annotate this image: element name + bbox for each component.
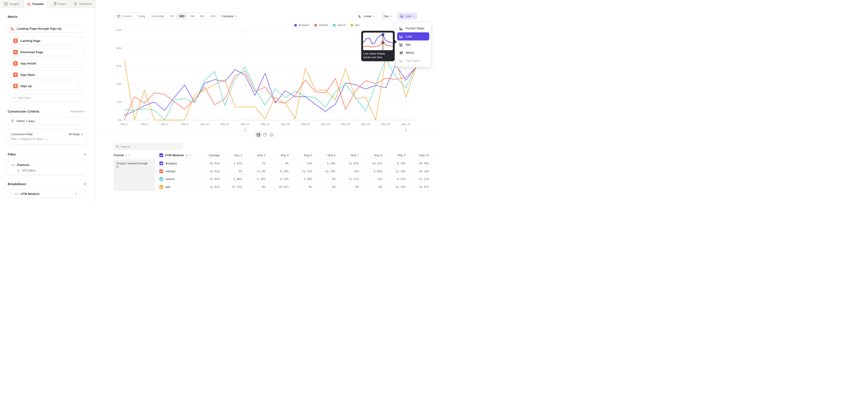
date-range-3m[interactable]: 3M bbox=[187, 13, 197, 19]
breakdown-kebab-icon[interactable]: ⋮ bbox=[79, 192, 83, 196]
menu-item-bar[interactable]: Bar bbox=[397, 40, 429, 49]
table-row-search[interactable]: search14.85%5.88%5.26%6.25%5.56%0%11.11%… bbox=[159, 175, 434, 183]
tab-retention[interactable]: Retention bbox=[71, 0, 95, 8]
date-column-headers: May 2May 3May 4May 5May 6May 7May 8May 9… bbox=[223, 154, 434, 157]
date-column-header[interactable]: May 5 bbox=[293, 154, 317, 157]
layout-top-panel-button[interactable] bbox=[262, 131, 268, 138]
advanced-dropdown[interactable]: Advanced bbox=[70, 109, 86, 113]
row-cell-value: 12.9% bbox=[247, 169, 270, 173]
search-input[interactable] bbox=[121, 145, 181, 148]
step-kebab-icon[interactable]: ⋮ bbox=[76, 50, 81, 54]
row-checkbox[interactable] bbox=[159, 185, 163, 189]
conversion-window-card[interactable]: Within 7 days bbox=[8, 117, 86, 125]
legend-item-sidebar[interactable]: sidebar bbox=[314, 24, 328, 27]
row-cell-value: 2.63% bbox=[223, 162, 247, 165]
date-column-header[interactable]: May 4 bbox=[270, 154, 293, 157]
funnel-kebab-icon[interactable]: ⋮ bbox=[79, 27, 84, 31]
date-range-6m[interactable]: 6M bbox=[197, 13, 207, 19]
breakdown-utm-card[interactable]: ≡ Aa UTM Medium × ⋮ bbox=[8, 189, 86, 198]
tab-flows[interactable]: Flows bbox=[48, 0, 71, 8]
row-checkbox[interactable] bbox=[159, 177, 163, 181]
add-breakdown-button[interactable]: + bbox=[84, 182, 86, 186]
step-kebab-icon[interactable]: ⋮ bbox=[76, 84, 81, 88]
date-range-label: Yesterday bbox=[151, 14, 164, 18]
date-column-header[interactable]: May 3 bbox=[247, 154, 270, 157]
date-range-30d[interactable]: 30D bbox=[176, 13, 187, 19]
row-cell-value: 6.25% bbox=[270, 177, 293, 181]
x-axis-tick-label: May 2 bbox=[121, 123, 128, 125]
series-line-search[interactable] bbox=[124, 59, 416, 120]
line-chart-icon bbox=[400, 14, 404, 18]
row-checkbox[interactable] bbox=[159, 161, 163, 165]
legend-item-search[interactable]: search bbox=[333, 24, 346, 27]
remove-breakdown-icon[interactable]: × bbox=[74, 192, 79, 196]
table-row-sidebar[interactable]: sidebar15.92%0%12.9%9.38%15.15%14.29%10%… bbox=[159, 167, 434, 176]
series-line-ads[interactable] bbox=[124, 60, 416, 120]
layout-bottom-panel-button[interactable] bbox=[268, 131, 275, 138]
legend-item-organic[interactable]: $organic bbox=[294, 24, 309, 27]
sidebar-content: Metric Landing Page through Sign Up ⋮ 1L… bbox=[0, 15, 95, 198]
breakdown-column-header[interactable]: UTM Medium 4 bbox=[159, 153, 202, 157]
filter-kebab-icon[interactable]: ⋮ bbox=[79, 163, 83, 167]
row-checkbox[interactable] bbox=[159, 169, 163, 173]
funnel-col-count: 1 bbox=[125, 154, 127, 157]
step-kebab-icon[interactable]: ⋮ bbox=[76, 61, 81, 65]
menu-item-funnel-steps[interactable]: Funnel Steps bbox=[397, 24, 429, 32]
funnel-step-download-page[interactable]: 2Download Page⋮ bbox=[10, 48, 84, 56]
date-column-header[interactable]: May 7 bbox=[340, 154, 364, 157]
select-all-checkbox[interactable] bbox=[159, 153, 163, 157]
date-range-label: 7D bbox=[170, 14, 174, 18]
funnel-column-header[interactable]: Funnel 1 bbox=[114, 154, 159, 157]
add-filter-button[interactable]: + bbox=[84, 152, 86, 156]
filter-value-label[interactable]: iOS Native bbox=[22, 169, 36, 172]
funnel-metric-card[interactable]: Landing Page through Sign Up ⋮ bbox=[8, 24, 86, 33]
funnel-step-app-open[interactable]: 4App Open⋮ bbox=[10, 70, 84, 79]
table-group-cell[interactable]: Product Viewed through P... bbox=[114, 160, 155, 191]
filter-platform-card[interactable]: Aa Platform ⋮ Is iOS Native bbox=[8, 160, 86, 175]
filter-operator-label: Is bbox=[17, 169, 20, 172]
menu-item-label: Funnel Steps bbox=[406, 27, 425, 30]
date-range-custom[interactable]: Custom bbox=[114, 13, 135, 19]
interval-dropdown-button[interactable]: Day bbox=[380, 13, 395, 20]
scale-label: Linear bbox=[364, 14, 372, 18]
date-column-header[interactable]: May 10 bbox=[410, 154, 434, 157]
layout-split-rows-button[interactable] bbox=[255, 131, 262, 138]
date-column-header[interactable]: May 9 bbox=[387, 154, 410, 157]
table-row-ads[interactable]: ads13.91%33.33%0%16.67%0%0%0%0%14.29%16.… bbox=[159, 183, 434, 191]
date-range-today[interactable]: Today bbox=[135, 13, 149, 19]
drag-handle-icon[interactable]: ≡ bbox=[11, 192, 12, 195]
date-range-12m[interactable]: 12M bbox=[207, 13, 218, 19]
funnel-step-app-install[interactable]: 3App Install⋮ bbox=[10, 59, 84, 67]
date-range-yesterday[interactable]: Yesterday bbox=[149, 13, 167, 19]
date-column-header[interactable]: May 6 bbox=[317, 154, 340, 157]
table-search bbox=[114, 143, 183, 150]
funnel-step-landing-page[interactable]: 1Landing Page⋮ bbox=[10, 37, 84, 45]
table-row-organic[interactable]: $organic16.03%2.63%5%8%10%5.36%12.82%19.… bbox=[159, 160, 434, 167]
compare-button[interactable]: Compare bbox=[219, 13, 240, 20]
date-range-label: 3M bbox=[190, 14, 194, 18]
row-cell-value: 0% bbox=[293, 185, 317, 189]
tab-insights[interactable]: Insights bbox=[0, 0, 24, 8]
row-cell-value: 0% bbox=[364, 185, 387, 189]
row-cell-value: 11.11% bbox=[340, 177, 364, 181]
tab-label: Funnels bbox=[32, 2, 43, 6]
funnel-steps-icon bbox=[399, 27, 403, 30]
tab-funnels[interactable]: Funnels bbox=[24, 0, 48, 8]
date-column-header[interactable]: May 8 bbox=[364, 154, 387, 157]
funnel-metric-icon bbox=[11, 27, 14, 31]
row-cell-value: 18.18% bbox=[410, 169, 434, 173]
funnel-step-sign-up[interactable]: 5Sign Up⋮ bbox=[10, 82, 84, 90]
menu-item-line[interactable]: Line bbox=[397, 32, 429, 40]
step-kebab-icon[interactable]: ⋮ bbox=[76, 39, 81, 43]
add-step-button[interactable]: + Add Step bbox=[10, 94, 84, 102]
filter-segment-dropdown[interactable]: Filter + Segment on Step 1 bbox=[11, 137, 83, 140]
legend-item-ads[interactable]: ads bbox=[350, 24, 360, 27]
average-column-header[interactable]: Average bbox=[202, 154, 220, 157]
date-range-7d[interactable]: 7D bbox=[167, 13, 177, 19]
menu-item-metric[interactable]: Metric bbox=[397, 49, 429, 57]
date-column-header[interactable]: May 2 bbox=[223, 154, 247, 157]
step-kebab-icon[interactable]: ⋮ bbox=[76, 72, 81, 77]
chart-type-dropdown-button[interactable]: Line bbox=[397, 13, 417, 20]
scale-dropdown-button[interactable]: Linear bbox=[355, 13, 378, 20]
all-steps-dropdown[interactable]: All Steps bbox=[68, 132, 83, 136]
